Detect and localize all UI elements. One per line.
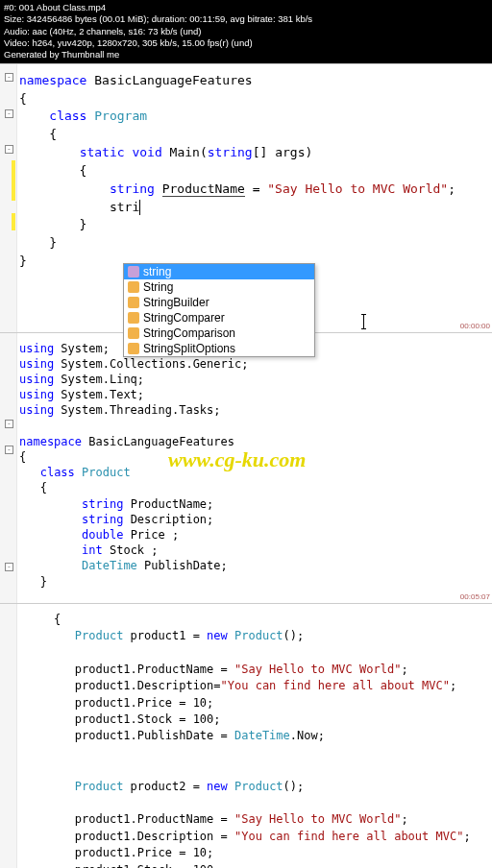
intellisense-popup[interactable]: string String StringBuilder StringCompar… bbox=[123, 263, 315, 357]
keyword: using bbox=[19, 373, 54, 386]
editor-pane-2[interactable]: - - - www.cg-ku.com using System; using … bbox=[0, 332, 492, 603]
keyword-icon bbox=[128, 266, 139, 277]
class-name: Program bbox=[94, 108, 147, 123]
var: product1 bbox=[131, 629, 186, 642]
type-name: Product bbox=[75, 629, 124, 642]
timestamp: 00:00:00 bbox=[460, 322, 490, 330]
autocomplete-item[interactable]: string bbox=[124, 264, 314, 279]
modified-indicator bbox=[12, 213, 15, 230]
editor-pane-1[interactable]: - - - namespace BasicLanguageFeatures { … bbox=[0, 63, 492, 332]
meta-line: Size: 342456486 bytes (00.01 MiB); durat… bbox=[4, 13, 488, 25]
keyword: using bbox=[19, 403, 54, 417]
type-name: DateTime bbox=[234, 729, 290, 742]
ac-label: StringComparison bbox=[143, 326, 235, 340]
var: product1 bbox=[75, 863, 131, 868]
class-name: Product bbox=[82, 466, 131, 479]
keyword: class bbox=[49, 108, 86, 123]
video-meta-header: #0: 001 About Class.mp4 Size: 342456486 … bbox=[0, 0, 492, 63]
keyword: using bbox=[19, 388, 54, 401]
prop: ProductName bbox=[137, 663, 213, 676]
fold-icon[interactable]: - bbox=[5, 563, 13, 571]
var: product1 bbox=[75, 663, 131, 676]
type-name: Product bbox=[75, 780, 124, 793]
text-caret bbox=[139, 200, 140, 215]
namespace-name: BasicLanguageFeatures bbox=[94, 73, 252, 87]
ac-label: StringComparer bbox=[143, 311, 225, 325]
field: Stock ; bbox=[110, 543, 159, 557]
var: product1 bbox=[75, 830, 131, 843]
keyword: int bbox=[82, 543, 103, 557]
keyword: double bbox=[82, 528, 123, 542]
code-block[interactable]: { Product product1 = new Product(); prod… bbox=[0, 604, 492, 868]
number: 100 bbox=[193, 712, 214, 726]
identifier: ProductName bbox=[162, 181, 245, 197]
field: PublishDate; bbox=[144, 559, 228, 572]
keyword: using bbox=[19, 342, 54, 355]
keyword: using bbox=[19, 357, 54, 371]
ac-label: StringBuilder bbox=[143, 296, 209, 309]
string-literal: "Say Hello to MVC World" bbox=[234, 663, 401, 676]
class-icon bbox=[128, 343, 139, 354]
code-block[interactable]: namespace BasicLanguageFeatures { class … bbox=[0, 64, 492, 271]
class-icon bbox=[128, 281, 139, 293]
ac-label: StringSplitOptions bbox=[143, 342, 235, 355]
var: product1 bbox=[75, 712, 131, 726]
field: ProductName; bbox=[131, 497, 214, 511]
class-icon bbox=[128, 327, 139, 339]
autocomplete-item[interactable]: StringComparison bbox=[124, 326, 314, 341]
keyword: new bbox=[207, 629, 228, 642]
field: Description; bbox=[131, 513, 214, 526]
type-name: Product bbox=[234, 629, 283, 642]
modified-indicator bbox=[12, 160, 15, 201]
type-name: Product bbox=[234, 780, 283, 793]
keyword: namespace bbox=[19, 435, 82, 448]
param: args bbox=[275, 145, 305, 159]
prop: Description bbox=[137, 679, 213, 692]
keyword: string bbox=[110, 181, 155, 196]
ac-label: String bbox=[143, 280, 173, 294]
fold-icon[interactable]: - bbox=[5, 109, 13, 118]
gutter bbox=[0, 604, 17, 868]
keyword: static bbox=[80, 145, 125, 159]
var-error: product2 bbox=[131, 780, 186, 793]
keyword: string bbox=[82, 497, 123, 511]
meta-line: #0: 001 About Class.mp4 bbox=[4, 2, 488, 13]
keyword: string bbox=[208, 145, 253, 159]
string-literal: "You can find here all about MVC" bbox=[221, 679, 450, 692]
using-ns: System; bbox=[61, 342, 110, 355]
keyword: namespace bbox=[19, 73, 86, 87]
field: Price ; bbox=[131, 528, 180, 542]
fold-icon[interactable]: - bbox=[5, 73, 13, 82]
keyword: void bbox=[132, 145, 161, 159]
operator: = bbox=[253, 181, 260, 196]
var: product1 bbox=[75, 812, 131, 826]
prop: Description bbox=[137, 830, 213, 843]
prop: PublishDate bbox=[137, 729, 213, 742]
number: 10 bbox=[193, 696, 207, 710]
string-literal: "Say Hello to MVC World" bbox=[234, 812, 401, 826]
var: product1 bbox=[75, 846, 131, 859]
var: product1 bbox=[75, 696, 131, 710]
prop: ProductName bbox=[137, 812, 213, 826]
autocomplete-item[interactable]: String bbox=[124, 279, 314, 295]
autocomplete-item[interactable]: StringBuilder bbox=[124, 295, 314, 310]
fold-icon[interactable]: - bbox=[5, 446, 13, 454]
type-name: DateTime bbox=[82, 559, 137, 572]
autocomplete-item[interactable]: StringSplitOptions bbox=[124, 341, 314, 356]
timestamp: 00:05:07 bbox=[460, 592, 490, 601]
editor-pane-3[interactable]: { Product product1 = new Product(); prod… bbox=[0, 603, 492, 868]
class-icon bbox=[128, 312, 139, 324]
method-name: Main bbox=[170, 145, 200, 159]
meta-line: Video: h264, yuv420p, 1280x720, 305 kb/s… bbox=[4, 37, 488, 49]
class-icon bbox=[128, 297, 139, 308]
using-ns: System.Threading.Tasks; bbox=[61, 403, 220, 417]
fold-icon[interactable]: - bbox=[5, 420, 13, 428]
text-cursor-icon bbox=[363, 314, 364, 329]
fold-icon[interactable]: - bbox=[5, 145, 13, 154]
keyword: new bbox=[207, 780, 228, 793]
autocomplete-item[interactable]: StringComparer bbox=[124, 310, 314, 326]
partial-input: stri bbox=[110, 200, 139, 214]
keyword: string bbox=[82, 513, 123, 526]
tail: .Now bbox=[290, 729, 318, 742]
keyword: class bbox=[40, 466, 75, 479]
